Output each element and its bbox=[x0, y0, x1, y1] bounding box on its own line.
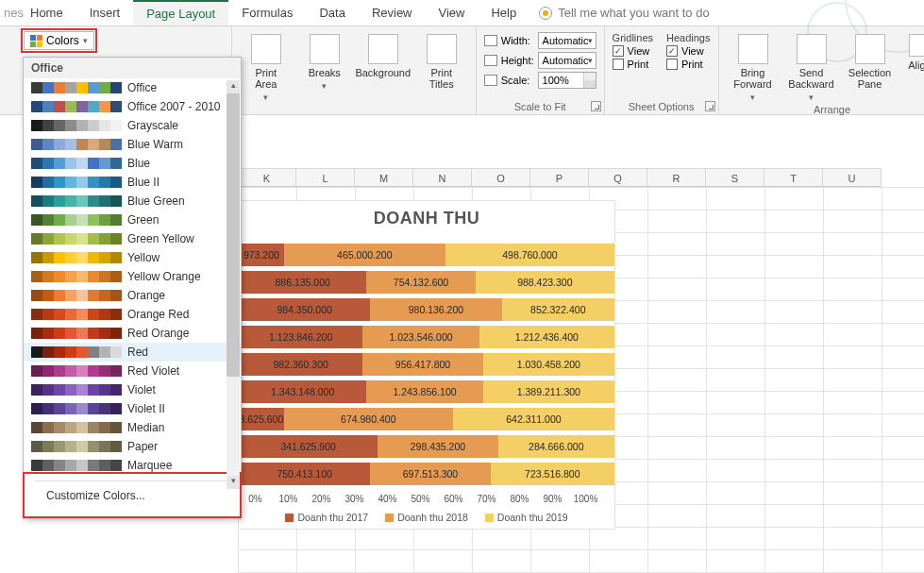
col-header-U[interactable]: U bbox=[823, 168, 882, 187]
col-header-K[interactable]: K bbox=[238, 168, 296, 187]
customize-colors-item[interactable]: Customize Colors... bbox=[35, 480, 229, 510]
tab-insert[interactable]: Insert bbox=[76, 0, 134, 25]
chart-bar: 982.360.300956.417.8001.030.458.200 bbox=[239, 353, 614, 376]
col-header-M[interactable]: M bbox=[355, 168, 413, 187]
width-icon bbox=[484, 35, 497, 46]
tab-review[interactable]: Review bbox=[359, 0, 426, 25]
scheme-violet[interactable]: Violet bbox=[24, 380, 241, 399]
scale-to-fit: Width: Automatic Height: Automatic Scale… bbox=[484, 30, 596, 89]
theme-colors-panel: Office OfficeOffice 2007 - 2010Grayscale… bbox=[23, 57, 242, 518]
background-button[interactable]: Background bbox=[357, 30, 410, 78]
col-header-N[interactable]: N bbox=[413, 168, 472, 187]
scheme-blue[interactable]: Blue bbox=[24, 154, 241, 173]
chart-x-axis: 0%10%20%30%40%50%60%70%80%90%100% bbox=[239, 490, 614, 504]
headings-view-check[interactable]: ✓View bbox=[666, 45, 710, 57]
tab-view[interactable]: View bbox=[426, 0, 479, 25]
gridlines-view-check[interactable]: ✓View bbox=[613, 45, 653, 57]
print-titles-button[interactable]: Print Titles bbox=[415, 30, 468, 90]
scheme-yellow[interactable]: Yellow bbox=[24, 248, 241, 267]
sheet-options-launcher[interactable] bbox=[705, 101, 715, 111]
chart-bar: 1.123.846.2001.023.546.0001.212.436.400 bbox=[239, 326, 614, 348]
chart-legend: Doanh thu 2017 Doanh thu 2018 Doanh thu … bbox=[239, 504, 614, 523]
scheme-median[interactable]: Median bbox=[24, 418, 241, 437]
scheme-grayscale[interactable]: Grayscale bbox=[24, 116, 241, 135]
col-header-T[interactable]: T bbox=[764, 168, 823, 187]
scheme-violet-ii[interactable]: Violet II bbox=[24, 399, 241, 418]
tab-home[interactable]: Home bbox=[17, 0, 76, 25]
col-header-O[interactable]: O bbox=[472, 168, 530, 187]
scheme-office[interactable]: Office bbox=[24, 78, 241, 97]
group-arrange-label: Arrange bbox=[727, 102, 925, 115]
selection-pane-button[interactable]: Selection Pane bbox=[844, 30, 897, 90]
height-icon bbox=[484, 55, 497, 66]
headings-header: Headings bbox=[666, 32, 710, 43]
bring-forward-button[interactable]: Bring Forward▾ bbox=[727, 30, 780, 102]
chart-bar: 750.413.100697.513.300723.516.800 bbox=[239, 463, 614, 485]
scheme-red-orange[interactable]: Red Orange bbox=[24, 324, 241, 343]
column-headers: KLMNOPQRSTU bbox=[238, 168, 882, 187]
scheme-blue-ii[interactable]: Blue II bbox=[24, 173, 241, 192]
chart-bar: 1.343.148.0001.243.856.1001.389.211.300 bbox=[239, 380, 614, 403]
panel-header: Office bbox=[24, 58, 241, 78]
scale-spinner[interactable]: 100% bbox=[538, 72, 596, 89]
colors-icon bbox=[30, 35, 42, 47]
headings-print-check[interactable]: Print bbox=[666, 59, 710, 70]
print-area-button[interactable]: Print Area▾ bbox=[240, 30, 293, 102]
ribbon-tabs: nes HomeInsertPage LayoutFormulasDataRev… bbox=[0, 0, 924, 26]
scheme-paper[interactable]: Paper bbox=[24, 437, 241, 456]
breaks-button[interactable]: Breaks▾ bbox=[298, 30, 351, 91]
scheme-marquee[interactable]: Marquee bbox=[24, 456, 241, 473]
gridlines-print-check[interactable]: Print bbox=[613, 59, 653, 70]
scheme-green[interactable]: Green bbox=[24, 211, 241, 229]
panel-scrollbar[interactable]: ▴▾ bbox=[227, 80, 240, 489]
scheme-red[interactable]: Red bbox=[24, 343, 241, 362]
group-scale-label: Scale to Fit bbox=[484, 99, 596, 112]
scale-launcher[interactable] bbox=[591, 101, 601, 111]
scheme-red-violet[interactable]: Red Violet bbox=[24, 362, 241, 380]
chart-bar: 341.625.900298.435.200284.666.000 bbox=[239, 435, 614, 458]
scheme-orange-red[interactable]: Orange Red bbox=[24, 305, 241, 324]
height-select[interactable]: Automatic bbox=[538, 52, 596, 69]
bulb-icon bbox=[539, 7, 552, 20]
tab-page-layout[interactable]: Page Layout bbox=[133, 0, 228, 25]
width-select[interactable]: Automatic bbox=[538, 32, 596, 49]
scheme-blue-green[interactable]: Blue Green bbox=[24, 192, 241, 211]
tab-file-edge[interactable]: nes bbox=[0, 0, 17, 25]
col-header-L[interactable]: L bbox=[296, 168, 355, 187]
scheme-yellow-orange[interactable]: Yellow Orange bbox=[24, 267, 241, 286]
scheme-green-yellow[interactable]: Green Yellow bbox=[24, 229, 241, 248]
gridlines-header: Gridlines bbox=[613, 32, 653, 43]
tab-help[interactable]: Help bbox=[478, 0, 529, 25]
col-header-S[interactable]: S bbox=[706, 168, 764, 187]
scheme-orange[interactable]: Orange bbox=[24, 286, 241, 305]
scheme-office-2007-2010[interactable]: Office 2007 - 2010 bbox=[24, 97, 241, 116]
tab-data[interactable]: Data bbox=[306, 0, 358, 25]
group-sheet-options-label: Sheet Options bbox=[613, 99, 711, 112]
chart-bar: 984.350.000980.136.200852.322.400 bbox=[239, 298, 614, 321]
align-button[interactable]: Align bbox=[902, 30, 925, 71]
col-header-P[interactable]: P bbox=[530, 168, 589, 187]
col-header-R[interactable]: R bbox=[647, 168, 706, 187]
chart-bar: 886.135.000754.132.600988.423.300 bbox=[239, 271, 614, 294]
colors-button-highlight: Colors ▾ bbox=[21, 28, 97, 53]
tab-formulas[interactable]: Formulas bbox=[228, 0, 306, 25]
chart-bar: 3.625.600674.980.400642.311.000 bbox=[239, 408, 614, 430]
chart-title: DOANH THU bbox=[239, 209, 614, 228]
scheme-blue-warm[interactable]: Blue Warm bbox=[24, 135, 241, 154]
panel-scroll[interactable]: OfficeOffice 2007 - 2010GrayscaleBlue Wa… bbox=[24, 78, 241, 473]
col-header-Q[interactable]: Q bbox=[589, 168, 647, 187]
send-backward-button[interactable]: Send Backward▾ bbox=[785, 30, 838, 102]
colors-button[interactable]: Colors ▾ bbox=[24, 31, 94, 50]
tell-me[interactable]: Tell me what you want to do bbox=[529, 6, 709, 20]
chart-bar: 973.200465.000.200498.760.000 bbox=[239, 244, 614, 266]
chart[interactable]: DOANH THU 973.200465.000.200498.760.0008… bbox=[238, 200, 615, 530]
scale-icon bbox=[484, 75, 497, 86]
